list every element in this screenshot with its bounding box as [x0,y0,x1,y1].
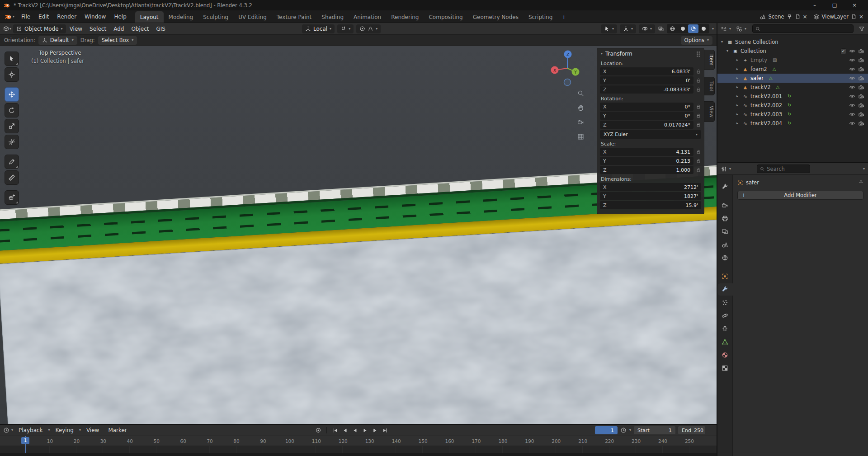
navigation-gizmo[interactable]: Z X Y [547,47,588,88]
disclosure-closed-icon[interactable]: ▸ [736,85,742,89]
tool-rotate[interactable] [5,103,19,118]
tool-add-cube[interactable] [5,190,19,205]
pin-icon[interactable] [787,14,793,19]
sidebar-tab-view[interactable]: View [704,101,715,122]
menu-window[interactable]: Window [80,10,110,23]
play-button[interactable] [361,426,369,435]
add-modifier-button[interactable]: + Add Modifier [737,191,863,200]
properties-tab-object-data[interactable] [718,336,732,348]
properties-tab-object[interactable] [718,270,732,282]
rotation-y-field[interactable]: Y0° [600,112,693,120]
blender-menu-button[interactable]: ▾ [0,13,17,20]
transform-orientation-dropdown[interactable]: Local ▾ [302,24,335,33]
menu-object[interactable]: Object [127,26,152,32]
outliner-item-label[interactable]: trackV2.002 [750,102,782,108]
sidebar-tab-tool[interactable]: Tool [704,77,715,95]
properties-tab-constraints[interactable] [718,323,732,335]
dimensions-y-field[interactable]: Y1827' [600,192,701,200]
hide-in-viewport-eye-icon[interactable] [849,93,855,99]
rotation-mode-dropdown[interactable]: XYZ Euler ▾ [600,130,701,139]
scene-selector[interactable]: Scene [768,14,784,20]
properties-tab-output[interactable] [718,212,732,225]
location-z-field[interactable]: Z-0.083333' [600,85,693,94]
add-workspace-button[interactable]: + [557,11,570,23]
outliner-row-trackv2-001[interactable]: ▸ ∿ trackV2.001 ↻ [717,92,868,101]
disable-in-render-camera-icon[interactable] [858,102,864,108]
previous-keyframe-button[interactable] [341,426,349,435]
lock-open-icon[interactable] [696,158,701,164]
outliner-item-label[interactable]: trackV2.001 [750,93,782,99]
editor-type-outliner-icon[interactable] [721,26,727,32]
workspace-tab-sculpting[interactable]: Sculpting [198,11,233,23]
outliner-item-label[interactable]: trackV2 [750,84,770,90]
collection-checkbox[interactable]: ✓ [840,48,846,54]
menu-gis[interactable]: GIS [152,26,169,32]
close-button[interactable]: × [844,0,864,10]
minimize-button[interactable]: – [805,0,825,10]
zoom-button[interactable] [575,88,586,99]
menu-select[interactable]: Select [86,26,110,32]
menu-keying[interactable]: Keying [52,427,77,433]
editor-type-timeline-icon[interactable] [3,427,9,433]
hide-in-viewport-eye-icon[interactable] [849,102,855,108]
properties-search[interactable] [757,165,810,173]
shading-options-chevron-icon[interactable]: ▾ [712,27,714,31]
options-dropdown[interactable]: Options ▾ [681,36,712,45]
snapping-dropdown[interactable]: ▾ [337,24,354,33]
menu-file[interactable]: File [17,10,34,23]
workspace-tab-animation[interactable]: Animation [349,11,386,23]
breadcrumb-object-name[interactable]: safer [746,179,759,186]
tool-cursor[interactable] [5,67,19,82]
play-reverse-button[interactable] [351,426,359,435]
auto-keying-toggle[interactable] [314,426,322,435]
workspace-tab-texture-paint[interactable]: Texture Paint [272,11,316,23]
camera-view-button[interactable] [575,117,586,127]
lock-open-icon[interactable] [696,87,701,92]
scale-x-field[interactable]: X4.131 [600,148,693,156]
workspace-tab-modeling[interactable]: Modeling [164,11,198,23]
gizmos-dropdown[interactable]: ▾ [620,24,636,33]
outliner-row-trackv2-004[interactable]: ▸ ∿ trackV2.004 ↻ [717,119,868,128]
outliner-item-label[interactable]: trackV2.003 [750,111,782,118]
tool-measure[interactable] [5,170,19,185]
timeline-scrollbar[interactable] [0,453,717,456]
new-viewlayer-icon[interactable] [851,14,857,19]
viewport-canvas[interactable]: Top Perspective (1) Collection | safer [0,46,717,424]
unlink-scene-icon[interactable]: × [803,14,807,20]
properties-tab-material[interactable] [718,349,732,361]
outliner-item-label[interactable]: trackV2.004 [750,120,782,127]
menu-playback[interactable]: Playback [15,427,47,433]
maximize-button[interactable]: □ [825,0,844,10]
disable-in-render-camera-icon[interactable] [858,75,864,81]
hide-in-viewport-eye-icon[interactable] [849,57,855,63]
jump-to-start-button[interactable] [331,426,340,435]
panel-drag-handle[interactable] [696,51,700,57]
workspace-tab-layout[interactable]: Layout [135,11,164,23]
outliner-item-label[interactable]: safer [750,75,764,81]
panel-title[interactable]: Transform [605,51,632,57]
disable-in-render-camera-icon[interactable] [858,66,864,72]
sidebar-tab-item[interactable]: Item [704,50,715,70]
outliner-item-label[interactable]: Empty [750,57,767,63]
workspace-tab-uv-editing[interactable]: UV Editing [233,11,272,23]
workspace-tab-rendering[interactable]: Rendering [386,11,424,23]
display-mode-icon[interactable] [736,26,742,32]
lock-open-icon[interactable] [696,69,701,74]
hide-in-viewport-eye-icon[interactable] [849,84,855,90]
jump-to-end-button[interactable] [381,426,389,435]
outliner-row-trackv2-003[interactable]: ▸ ∿ trackV2.003 ↻ [717,110,868,119]
playhead-frame-badge[interactable]: 1 [21,437,29,444]
dimensions-z-field[interactable]: Z15.9' [600,201,701,209]
disclosure-closed-icon[interactable]: ▸ [736,67,742,71]
scale-z-field[interactable]: Z1.000 [600,166,693,174]
dimensions-x-field[interactable]: X2712' [600,183,701,191]
disclosure-closed-icon[interactable]: ▸ [736,76,742,80]
shading-wireframe-button[interactable] [667,24,678,33]
editor-type-properties-icon[interactable] [721,166,727,172]
tool-select-box[interactable] [5,52,19,66]
menu-marker[interactable]: Marker [104,427,130,433]
outliner-row-foam2[interactable]: ▸ ▲ foam2 △ [717,65,868,74]
editor-type-3d-viewport-icon[interactable] [3,25,9,32]
hide-in-viewport-eye-icon[interactable] [849,111,855,118]
properties-tab-scene[interactable] [718,239,732,251]
